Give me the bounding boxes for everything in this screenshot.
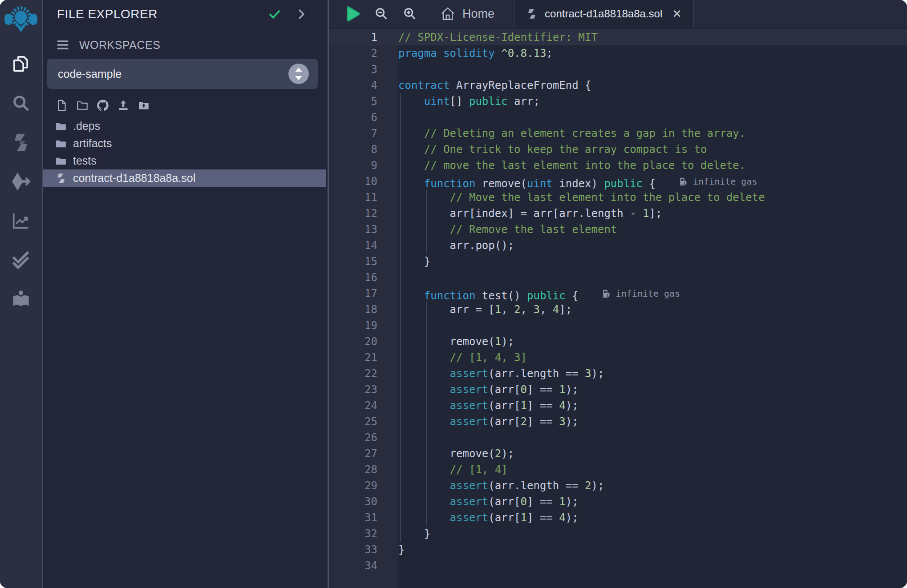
create-new-file-button[interactable]	[55, 99, 69, 112]
workspace-stepper-icon[interactable]	[287, 63, 310, 85]
line-content	[398, 430, 907, 446]
line-number: 8	[329, 141, 398, 157]
file-tree: .depsartifactstestscontract-d1a8818a8a.s…	[43, 117, 328, 187]
indent-guide	[426, 302, 427, 526]
tree-item-contract-d1a8818a8a.sol[interactable]: contract-d1a8818a8a.sol	[43, 169, 326, 187]
code-line-28[interactable]: 28 // [1, 4]	[329, 462, 907, 478]
upload-folder-button[interactable]	[137, 99, 150, 112]
line-content: arr = [1, 2, 3, 4];	[398, 302, 907, 318]
accept-check-icon[interactable]	[268, 8, 281, 21]
workspace-select[interactable]: code-sample	[47, 59, 318, 89]
code-line-9[interactable]: 9 // move the last element into the plac…	[329, 157, 907, 173]
code-editor[interactable]: 1// SPDX-License-Identifier: MIT2pragma …	[329, 28, 907, 588]
sidebar-item-solidity-compiler[interactable]	[0, 123, 42, 162]
code-line-10[interactable]: 10 function remove(uint index) public {i…	[329, 173, 907, 189]
line-number: 28	[329, 462, 398, 478]
code-line-7[interactable]: 7 // Deleting an element creates a gap i…	[329, 125, 907, 141]
code-line-27[interactable]: 27 remove(2);	[329, 446, 907, 462]
code-line-30[interactable]: 30 assert(arr[0] == 1);	[329, 494, 907, 510]
code-line-19[interactable]: 19	[329, 318, 907, 334]
code-line-1[interactable]: 1// SPDX-License-Identifier: MIT	[329, 29, 907, 45]
line-content: assert(arr.length == 3);	[398, 366, 907, 382]
code-line-17[interactable]: 17 function test() public {infinite gas	[329, 286, 907, 302]
activity-bar-icons	[0, 44, 42, 318]
code-line-18[interactable]: 18 arr = [1, 2, 3, 4];	[329, 302, 907, 318]
code-line-32[interactable]: 32 }	[329, 526, 907, 542]
code-line-11[interactable]: 11 // Move the last element into the pla…	[329, 189, 907, 205]
line-number: 5	[329, 93, 398, 109]
editor-area: Homecontract-d1a8818a8a.sol✕ 1// SPDX-Li…	[328, 0, 907, 588]
sidebar-item-file-explorer[interactable]	[0, 44, 42, 84]
code-line-8[interactable]: 8 // One trick to keep the array compact…	[329, 141, 907, 157]
clone-git-repository-button[interactable]	[96, 99, 109, 112]
editor-empty-area	[329, 574, 907, 588]
tree-item-label: .deps	[73, 120, 100, 133]
upload-file-button[interactable]	[117, 99, 130, 112]
home-icon	[440, 6, 455, 21]
gas-estimate-badge: infinite gas	[679, 173, 757, 189]
gas-estimate-label: infinite gas	[616, 286, 680, 302]
line-content: remove(1);	[398, 334, 907, 350]
run-script-button[interactable]	[342, 5, 362, 23]
code-line-21[interactable]: 21 // [1, 4, 3]	[329, 350, 907, 366]
line-content: assert(arr[1] == 4);	[398, 398, 907, 414]
code-line-3[interactable]: 3	[329, 61, 907, 77]
line-number: 23	[329, 382, 398, 398]
line-number: 34	[329, 558, 398, 574]
activity-bar	[0, 0, 43, 588]
tree-item-tests[interactable]: tests	[43, 152, 326, 169]
tree-item-artifacts[interactable]: artifacts	[43, 135, 326, 152]
line-content: // Deleting an element creates a gap in …	[398, 125, 907, 141]
line-number: 29	[329, 478, 398, 494]
line-content: function test() public {infinite gas	[398, 286, 907, 302]
code-line-34[interactable]: 34	[329, 558, 907, 574]
line-number: 12	[329, 205, 398, 222]
code-line-24[interactable]: 24 assert(arr[1] == 4);	[329, 398, 907, 414]
github-icon	[97, 99, 109, 112]
close-tab-icon[interactable]: ✕	[672, 8, 682, 20]
code-line-6[interactable]: 6	[329, 109, 907, 125]
sidebar-item-statistics[interactable]	[0, 201, 42, 240]
code-line-33[interactable]: 33}	[329, 542, 907, 558]
panel-title: FILE EXPLORER	[57, 7, 158, 21]
line-content: // move the last element into the place …	[398, 157, 907, 173]
code-line-14[interactable]: 14 arr.pop();	[329, 238, 907, 254]
tree-item-.deps[interactable]: .deps	[43, 117, 326, 135]
chevron-right-icon[interactable]	[295, 8, 308, 21]
line-number: 4	[329, 77, 398, 93]
remix-logo[interactable]	[4, 3, 38, 36]
line-content: pragma solidity ^0.8.13;	[398, 45, 907, 61]
code-line-2[interactable]: 2pragma solidity ^0.8.13;	[329, 45, 907, 61]
panel-header-icons	[268, 8, 308, 21]
code-line-22[interactable]: 22 assert(arr.length == 3);	[329, 366, 907, 382]
code-line-29[interactable]: 29 assert(arr.length == 2);	[329, 478, 907, 494]
zoom-in-button[interactable]	[401, 6, 419, 21]
sidebar-item-search[interactable]	[0, 84, 42, 123]
zoom-out-button[interactable]	[373, 6, 390, 21]
workspaces-menu-icon[interactable]	[56, 38, 69, 52]
code-line-31[interactable]: 31 assert(arr[1] == 4);	[329, 510, 907, 526]
line-content: assert(arr[0] == 1);	[398, 494, 907, 510]
line-content: remove(2);	[398, 446, 907, 462]
code-line-12[interactable]: 12 arr[index] = arr[arr.length - 1];	[329, 205, 907, 222]
sidebar-item-solidity-unit-testing[interactable]	[0, 240, 42, 279]
tab-Home[interactable]: Home	[429, 0, 506, 28]
unit-testing-icon	[11, 250, 31, 270]
code-line-5[interactable]: 5 uint[] public arr;	[329, 93, 907, 109]
sidebar-item-learneth[interactable]	[0, 279, 42, 318]
code-line-13[interactable]: 13 // Remove the last element	[329, 222, 907, 238]
line-number: 16	[329, 270, 398, 286]
indent-guide	[400, 93, 401, 542]
code-line-15[interactable]: 15 }	[329, 254, 907, 270]
code-line-4[interactable]: 4contract ArrayReplaceFromEnd {	[329, 77, 907, 93]
sidebar-item-deploy-and-run[interactable]	[0, 162, 42, 201]
create-new-folder-button[interactable]	[76, 99, 89, 112]
code-line-23[interactable]: 23 assert(arr[0] == 1);	[329, 382, 907, 398]
line-number: 14	[329, 238, 398, 254]
code-line-25[interactable]: 25 assert(arr[2] == 3);	[329, 414, 907, 430]
code-line-20[interactable]: 20 remove(1);	[329, 334, 907, 350]
tab-contract-d1a8818a8a.sol[interactable]: contract-d1a8818a8a.sol✕	[514, 0, 694, 28]
line-number: 10	[329, 173, 398, 189]
code-line-26[interactable]: 26	[329, 430, 907, 446]
code-line-16[interactable]: 16	[329, 270, 907, 286]
